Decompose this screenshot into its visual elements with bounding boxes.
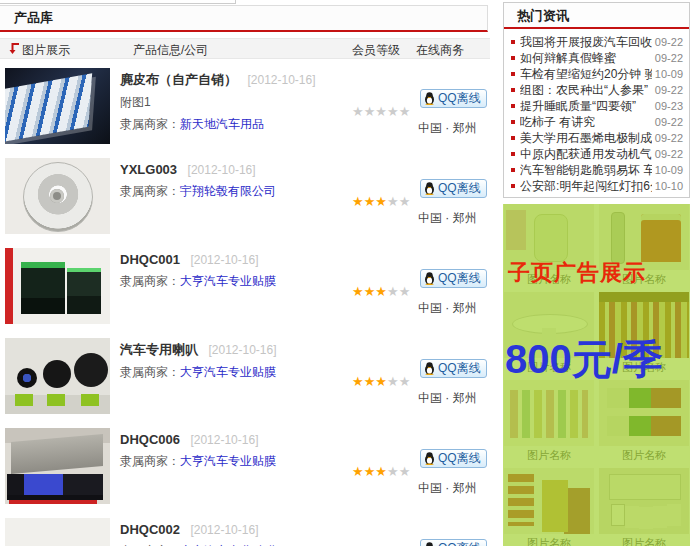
bullet-icon <box>511 184 515 188</box>
qq-status-button[interactable]: QQ离线 <box>420 539 487 546</box>
product-title-line: YXLG003 [2012-10-16] <box>120 160 355 178</box>
bullet-icon <box>511 152 515 156</box>
qq-status-button[interactable]: QQ离线 <box>420 269 487 288</box>
product-title[interactable]: DHQC006 <box>120 432 180 447</box>
qq-status-label: QQ离线 <box>438 270 481 287</box>
product-date: [2012-10-16] <box>190 433 258 447</box>
news-item[interactable]: 我国将开展报废汽车回收拆解 09-22 <box>511 34 683 50</box>
ad-overlay-title: 子页广告展示 <box>508 258 646 288</box>
news-item[interactable]: 公安部:明年起闯红灯扣6分 挡 10-10 <box>511 178 683 194</box>
hot-news-title: 热门资讯 <box>504 3 569 28</box>
sidebar-ad-banner: 图片名称 图片名称 图片名称 图片名称 <box>503 204 690 546</box>
product-image[interactable] <box>5 248 110 324</box>
column-header-online-business: 在线商务 <box>416 42 464 59</box>
product-info: 麂皮布（自产自销） [2012-10-16] 附图1 隶属商家：新天地汽车用品 <box>120 70 355 133</box>
merchant-link[interactable]: 新天地汽车用品 <box>180 117 264 131</box>
product-row: DHQC001 [2012-10-16] 隶属商家：大亨汽车专业贴膜 ★★★★★ <box>0 242 490 332</box>
product-library-header: 产品库 <box>0 5 488 32</box>
product-location: 中国 · 郑州 <box>418 480 477 497</box>
news-item[interactable]: 组图：农民种出“人参果”！ 09-22 <box>511 82 683 98</box>
news-item-date: 09-23 <box>655 100 683 112</box>
product-row: 汽车专用喇叭 [2012-10-16] 隶属商家：大亨汽车专业贴膜 ★★★★★ <box>0 332 490 422</box>
bullet-icon <box>511 136 515 140</box>
product-title[interactable]: DHQC002 <box>120 522 180 537</box>
merchant-link[interactable]: 大亨汽车专业贴膜 <box>180 454 276 468</box>
qq-status-label: QQ离线 <box>438 180 481 197</box>
qq-penguin-icon <box>424 542 435 546</box>
product-image[interactable] <box>5 338 110 414</box>
news-item-date: 10-09 <box>655 68 683 80</box>
merchant-label: 隶属商家： <box>120 365 180 379</box>
news-item-title[interactable]: 公安部:明年起闯红灯扣6分 挡 <box>520 178 652 195</box>
product-location: 中国 · 郑州 <box>418 390 477 407</box>
qq-status-label: QQ离线 <box>438 360 481 377</box>
news-item-date: 09-22 <box>655 36 683 48</box>
news-item[interactable]: 美大学用石墨烯电极制成锂电 09-22 <box>511 130 683 146</box>
news-item[interactable]: 如何辩解真假蜂蜜 09-22 <box>511 50 683 66</box>
qq-status-button[interactable]: QQ离线 <box>420 359 487 378</box>
product-row: YXLG003 [2012-10-16] 隶属商家：宇翔轮毂有限公司 ★★★★★ <box>0 152 490 242</box>
product-title-line: 麂皮布（自产自销） [2012-10-16] <box>120 70 355 89</box>
merchant-label: 隶属商家： <box>120 117 180 131</box>
qq-status-button[interactable]: QQ离线 <box>420 449 487 468</box>
product-date: [2012-10-16] <box>188 163 256 177</box>
product-list: 麂皮布（自产自销） [2012-10-16] 附图1 隶属商家：新天地汽车用品 … <box>0 62 490 546</box>
product-attachment-link[interactable]: 附图1 <box>120 94 355 111</box>
member-level-stars: ★★★★★ <box>352 374 410 389</box>
news-item-title[interactable]: 我国将开展报废汽车回收拆解 <box>520 34 652 51</box>
news-item-title[interactable]: 组图：农民种出“人参果”！ <box>520 82 652 99</box>
page: 产品库 图片展示 产品信息/公司 会员等级 在线商务 麂皮布（自产自销） [20… <box>0 0 690 546</box>
news-item-date: 09-22 <box>655 52 683 64</box>
product-merchant-line: 隶属商家：大亨汽车专业贴膜 <box>120 364 355 381</box>
product-image[interactable] <box>5 158 110 234</box>
qq-penguin-icon <box>424 272 435 285</box>
news-item[interactable]: 中原内配获通用发动机气缸套 09-22 <box>511 146 683 162</box>
member-level-stars: ★★★★★ <box>352 194 410 209</box>
product-info: YXLG003 [2012-10-16] 隶属商家：宇翔轮毂有限公司 <box>120 160 355 200</box>
previous-section-border <box>0 0 236 4</box>
news-item-title[interactable]: 车检有望缩短约20分钟 验车将 <box>520 66 652 83</box>
news-item-title[interactable]: 如何辩解真假蜂蜜 <box>520 50 652 67</box>
product-row: DHQC006 [2012-10-16] 隶属商家：大亨汽车专业贴膜 ★★★★★ <box>0 422 490 512</box>
news-item[interactable]: 车检有望缩短约20分钟 验车将 10-09 <box>511 66 683 82</box>
news-item-date: 09-22 <box>655 116 683 128</box>
bullet-icon <box>511 56 515 60</box>
product-title-line: 汽车专用喇叭 [2012-10-16] <box>120 340 355 359</box>
column-header-image: 图片展示 <box>22 42 70 59</box>
qq-status-label: QQ离线 <box>438 90 481 107</box>
merchant-label: 隶属商家： <box>120 274 180 288</box>
news-item-title[interactable]: 汽车智能钥匙脆弱易坏 车主需 <box>520 162 652 179</box>
bullet-icon <box>511 72 515 76</box>
product-title[interactable]: 汽车专用喇叭 <box>120 342 198 357</box>
bullet-icon <box>511 88 515 92</box>
product-title-line: DHQC002 [2012-10-16] <box>120 520 355 538</box>
product-image[interactable] <box>5 518 110 546</box>
product-location: 中国 · 郑州 <box>418 300 477 317</box>
news-item[interactable]: 吃柿子 有讲究 09-22 <box>511 114 683 130</box>
product-merchant-line: 隶属商家：大亨汽车专业贴膜 <box>120 453 355 470</box>
news-item-date: 10-09 <box>655 164 683 176</box>
product-title[interactable]: YXLG003 <box>120 162 177 177</box>
news-item[interactable]: 提升睡眠质量“四要领” 09-23 <box>511 98 683 114</box>
product-location: 中国 · 郑州 <box>418 120 477 137</box>
product-image[interactable] <box>5 428 110 504</box>
news-item-title[interactable]: 吃柿子 有讲究 <box>520 114 652 131</box>
news-item-title[interactable]: 美大学用石墨烯电极制成锂电 <box>520 130 652 147</box>
merchant-link[interactable]: 宇翔轮毂有限公司 <box>180 184 276 198</box>
hot-news-box: 热门资讯 我国将开展报废汽车回收拆解 09-22 如何辩解真假蜂蜜 09-22 <box>503 2 690 198</box>
bullet-icon <box>511 168 515 172</box>
news-item-date: 09-22 <box>655 148 683 160</box>
qq-status-button[interactable]: QQ离线 <box>420 179 487 198</box>
news-item-date: 09-22 <box>655 84 683 96</box>
news-item-title[interactable]: 中原内配获通用发动机气缸套 <box>520 146 652 163</box>
member-level-stars: ★★★★★ <box>352 284 410 299</box>
news-item[interactable]: 汽车智能钥匙脆弱易坏 车主需 10-09 <box>511 162 683 178</box>
product-title[interactable]: DHQC001 <box>120 252 180 267</box>
news-item-title[interactable]: 提升睡眠质量“四要领” <box>520 98 652 115</box>
qq-status-button[interactable]: QQ离线 <box>420 89 487 108</box>
merchant-link[interactable]: 大亨汽车专业贴膜 <box>180 365 276 379</box>
product-image[interactable] <box>5 68 110 144</box>
product-title[interactable]: 麂皮布（自产自销） <box>120 72 237 87</box>
news-item-date: 09-22 <box>655 132 683 144</box>
merchant-link[interactable]: 大亨汽车专业贴膜 <box>180 274 276 288</box>
